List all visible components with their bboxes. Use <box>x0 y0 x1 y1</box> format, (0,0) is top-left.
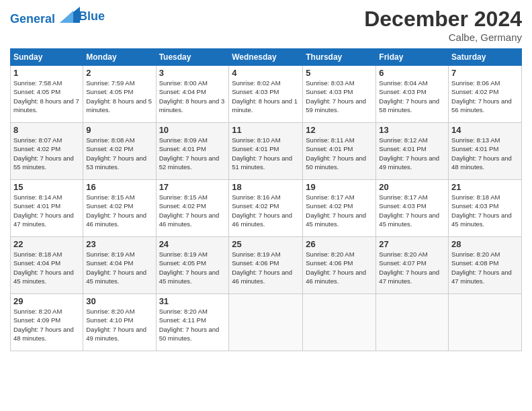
col-sunday: Sunday <box>11 49 83 66</box>
day-info: Sunrise: 8:08 AMSunset: 4:02 PMDaylight:… <box>86 136 152 171</box>
calendar-cell: 16Sunrise: 8:15 AMSunset: 4:02 PMDayligh… <box>83 180 156 237</box>
day-number: 2 <box>86 68 152 78</box>
day-number: 21 <box>451 182 519 192</box>
day-info: Sunrise: 8:15 AMSunset: 4:02 PMDaylight:… <box>86 193 152 228</box>
calendar-table: Sunday Monday Tuesday Wednesday Thursday… <box>10 48 522 351</box>
day-info: Sunrise: 8:07 AMSunset: 4:02 PMDaylight:… <box>13 136 80 171</box>
calendar-week-row: 1Sunrise: 7:58 AMSunset: 4:05 PMDaylight… <box>11 66 522 123</box>
day-info: Sunrise: 8:06 AMSunset: 4:02 PMDaylight:… <box>451 79 519 114</box>
day-info: Sunrise: 8:19 AMSunset: 4:06 PMDaylight:… <box>232 250 300 285</box>
day-number: 5 <box>306 68 373 78</box>
day-number: 7 <box>451 68 519 78</box>
day-number: 26 <box>306 239 373 249</box>
calendar-cell: 24Sunrise: 8:19 AMSunset: 4:05 PMDayligh… <box>156 237 229 294</box>
logo-icon <box>60 7 80 23</box>
calendar-cell: 14Sunrise: 8:13 AMSunset: 4:01 PMDayligh… <box>449 123 522 180</box>
col-monday: Monday <box>83 49 156 66</box>
col-thursday: Thursday <box>303 49 376 66</box>
day-info: Sunrise: 8:18 AMSunset: 4:04 PMDaylight:… <box>13 250 80 285</box>
day-info: Sunrise: 8:19 AMSunset: 4:05 PMDaylight:… <box>159 250 226 285</box>
day-number: 28 <box>451 239 519 249</box>
day-info: Sunrise: 8:02 AMSunset: 4:03 PMDaylight:… <box>232 79 300 114</box>
day-info: Sunrise: 8:19 AMSunset: 4:04 PMDaylight:… <box>86 250 152 285</box>
day-number: 9 <box>86 125 152 135</box>
month-title: December 2024 <box>364 7 522 32</box>
day-number: 25 <box>232 239 300 249</box>
calendar-week-row: 29Sunrise: 8:20 AMSunset: 4:09 PMDayligh… <box>11 294 522 351</box>
day-info: Sunrise: 8:12 AMSunset: 4:01 PMDaylight:… <box>379 136 445 171</box>
calendar-cell: 1Sunrise: 7:58 AMSunset: 4:05 PMDaylight… <box>11 66 83 123</box>
calendar-cell: 13Sunrise: 8:12 AMSunset: 4:01 PMDayligh… <box>376 123 449 180</box>
col-tuesday: Tuesday <box>156 49 229 66</box>
day-number: 8 <box>13 125 80 135</box>
day-info: Sunrise: 8:14 AMSunset: 4:01 PMDaylight:… <box>13 193 80 228</box>
day-info: Sunrise: 8:20 AMSunset: 4:08 PMDaylight:… <box>451 250 519 285</box>
day-number: 30 <box>86 296 152 306</box>
day-info: Sunrise: 8:03 AMSunset: 4:03 PMDaylight:… <box>306 79 373 114</box>
day-number: 19 <box>306 182 373 192</box>
calendar-cell: 5Sunrise: 8:03 AMSunset: 4:03 PMDaylight… <box>303 66 376 123</box>
day-number: 24 <box>159 239 226 249</box>
calendar-header-row: Sunday Monday Tuesday Wednesday Thursday… <box>11 49 522 66</box>
location: Calbe, Germany <box>364 32 522 43</box>
day-info: Sunrise: 8:20 AMSunset: 4:10 PMDaylight:… <box>86 307 152 342</box>
calendar-cell: 25Sunrise: 8:19 AMSunset: 4:06 PMDayligh… <box>229 237 303 294</box>
day-info: Sunrise: 8:17 AMSunset: 4:03 PMDaylight:… <box>379 193 445 228</box>
day-number: 22 <box>13 239 80 249</box>
svg-marker-1 <box>60 11 73 23</box>
day-number: 12 <box>306 125 373 135</box>
calendar-cell: 4Sunrise: 8:02 AMSunset: 4:03 PMDaylight… <box>229 66 303 123</box>
day-number: 17 <box>159 182 226 192</box>
calendar-cell: 21Sunrise: 8:18 AMSunset: 4:03 PMDayligh… <box>449 180 522 237</box>
calendar-cell <box>303 294 376 351</box>
col-saturday: Saturday <box>449 49 522 66</box>
page-header: General Blue December 2024 Calbe, German… <box>10 7 522 43</box>
day-info: Sunrise: 8:09 AMSunset: 4:01 PMDaylight:… <box>159 136 226 171</box>
day-number: 16 <box>86 182 152 192</box>
calendar-cell: 17Sunrise: 8:15 AMSunset: 4:02 PMDayligh… <box>156 180 229 237</box>
day-number: 6 <box>379 68 445 78</box>
calendar-cell <box>229 294 303 351</box>
calendar-cell: 30Sunrise: 8:20 AMSunset: 4:10 PMDayligh… <box>83 294 156 351</box>
day-info: Sunrise: 7:59 AMSunset: 4:05 PMDaylight:… <box>86 79 152 114</box>
calendar-cell: 19Sunrise: 8:17 AMSunset: 4:02 PMDayligh… <box>303 180 376 237</box>
day-info: Sunrise: 8:10 AMSunset: 4:01 PMDaylight:… <box>232 136 300 171</box>
calendar-cell: 23Sunrise: 8:19 AMSunset: 4:04 PMDayligh… <box>83 237 156 294</box>
day-info: Sunrise: 8:16 AMSunset: 4:02 PMDaylight:… <box>232 193 300 228</box>
calendar-cell: 9Sunrise: 8:08 AMSunset: 4:02 PMDaylight… <box>83 123 156 180</box>
calendar-cell <box>449 294 522 351</box>
calendar-cell: 31Sunrise: 8:20 AMSunset: 4:11 PMDayligh… <box>156 294 229 351</box>
day-info: Sunrise: 8:20 AMSunset: 4:06 PMDaylight:… <box>306 250 373 285</box>
calendar-week-row: 22Sunrise: 8:18 AMSunset: 4:04 PMDayligh… <box>11 237 522 294</box>
day-number: 10 <box>159 125 226 135</box>
calendar-cell: 12Sunrise: 8:11 AMSunset: 4:01 PMDayligh… <box>303 123 376 180</box>
day-info: Sunrise: 8:04 AMSunset: 4:03 PMDaylight:… <box>379 79 445 114</box>
page-container: General Blue December 2024 Calbe, German… <box>0 0 532 358</box>
calendar-cell: 28Sunrise: 8:20 AMSunset: 4:08 PMDayligh… <box>449 237 522 294</box>
logo: General Blue <box>10 7 105 26</box>
day-info: Sunrise: 7:58 AMSunset: 4:05 PMDaylight:… <box>13 79 80 114</box>
logo-text: General <box>10 7 80 26</box>
day-number: 29 <box>13 296 80 306</box>
calendar-cell: 22Sunrise: 8:18 AMSunset: 4:04 PMDayligh… <box>11 237 83 294</box>
calendar-cell: 20Sunrise: 8:17 AMSunset: 4:03 PMDayligh… <box>376 180 449 237</box>
calendar-cell: 11Sunrise: 8:10 AMSunset: 4:01 PMDayligh… <box>229 123 303 180</box>
col-friday: Friday <box>376 49 449 66</box>
day-number: 27 <box>379 239 445 249</box>
col-wednesday: Wednesday <box>229 49 303 66</box>
day-info: Sunrise: 8:20 AMSunset: 4:07 PMDaylight:… <box>379 250 445 285</box>
calendar-cell: 6Sunrise: 8:04 AMSunset: 4:03 PMDaylight… <box>376 66 449 123</box>
day-info: Sunrise: 8:17 AMSunset: 4:02 PMDaylight:… <box>306 193 373 228</box>
calendar-cell: 10Sunrise: 8:09 AMSunset: 4:01 PMDayligh… <box>156 123 229 180</box>
day-number: 4 <box>232 68 300 78</box>
day-number: 23 <box>86 239 152 249</box>
day-number: 20 <box>379 182 445 192</box>
day-number: 15 <box>13 182 80 192</box>
calendar-cell: 27Sunrise: 8:20 AMSunset: 4:07 PMDayligh… <box>376 237 449 294</box>
calendar-cell: 8Sunrise: 8:07 AMSunset: 4:02 PMDaylight… <box>11 123 83 180</box>
day-info: Sunrise: 8:20 AMSunset: 4:11 PMDaylight:… <box>159 307 226 342</box>
calendar-week-row: 15Sunrise: 8:14 AMSunset: 4:01 PMDayligh… <box>11 180 522 237</box>
day-number: 1 <box>13 68 80 78</box>
calendar-cell: 7Sunrise: 8:06 AMSunset: 4:02 PMDaylight… <box>449 66 522 123</box>
day-number: 14 <box>451 125 519 135</box>
